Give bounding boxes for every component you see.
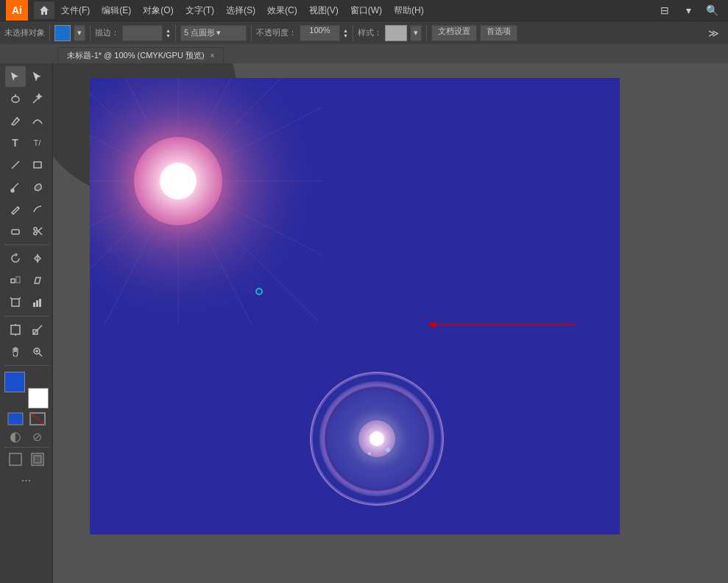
tool-separator-3 [4,365,49,366]
svg-rect-7 [12,230,19,234]
color-mode-fill[interactable] [5,411,26,426]
line-tool[interactable] [5,155,26,175]
menu-type[interactable]: 文字(T) [180,1,219,19]
blob-brush-tool[interactable] [27,177,48,197]
menu-effect[interactable]: 效果(C) [262,1,303,19]
svg-rect-35 [34,456,41,463]
none-mode[interactable]: ⊘ [27,429,48,444]
pen-tool[interactable] [5,110,26,131]
artboard-tool[interactable] [5,319,26,340]
svg-point-6 [11,189,14,192]
left-toolbar: T T/ [0,63,53,583]
svg-point-8 [34,227,37,230]
draw-mode-row [5,452,48,467]
smooth-tool[interactable] [27,199,48,219]
svg-point-55 [160,163,197,199]
reflect-tool[interactable] [27,248,48,269]
menu-view[interactable]: 视图(V) [304,1,344,19]
menu-file[interactable]: 文件(F) [56,1,95,19]
chart-tool[interactable] [27,292,48,313]
pencil-tool[interactable] [5,199,26,219]
scissors-tool[interactable] [27,221,48,241]
tool-separator-4 [4,447,49,448]
separator-3 [175,25,176,41]
svg-rect-20 [39,299,41,307]
paintbrush-tool[interactable] [5,177,26,197]
separator-1 [49,25,50,41]
menu-edit[interactable]: 编辑(E) [96,1,136,19]
opacity-spinner[interactable]: ▲ ▼ [343,28,348,38]
svg-rect-18 [33,303,35,307]
svg-line-32 [30,413,45,425]
stroke-spinner[interactable]: ▲ ▼ [166,28,171,38]
slice-tool[interactable] [27,319,48,340]
curvature-tool[interactable] [27,110,48,131]
arrange-windows-button[interactable]: ⊟ [654,1,675,19]
type-tool[interactable]: T [5,132,26,153]
tool-row-10 [5,270,48,291]
rect-tool[interactable] [27,155,48,175]
home-button[interactable] [34,1,54,19]
svg-line-3 [17,118,19,120]
more-options-button[interactable]: ≫ [703,24,724,42]
style-color-box[interactable] [385,25,407,41]
tab-close-button[interactable]: × [211,52,215,60]
properties-toolbar: 未选择对象 ▾ 描边： ▲ ▼ 5 点圆形 ▾ 不透明度： 100% ▲ ▼ 样… [0,21,728,44]
svg-point-65 [368,452,371,455]
lasso-tool[interactable] [5,88,26,109]
svg-rect-5 [34,162,41,168]
scale-tool[interactable] [5,270,26,291]
color-mode-row [5,411,48,426]
shear-tool[interactable] [27,270,48,291]
stroke-weight-input[interactable] [122,25,163,41]
background-color-box[interactable] [28,388,49,409]
gradient-mode[interactable]: ◐ [5,429,26,444]
tool-row-12 [5,319,48,340]
menu-object[interactable]: 对象(O) [138,1,178,19]
menu-window[interactable]: 窗口(W) [345,1,387,19]
tool-row-13 [5,342,48,362]
tool-row-8 [5,221,48,241]
tool-row-5 [5,155,48,175]
zoom-tool[interactable] [27,342,48,362]
direct-select-tool[interactable] [27,66,48,87]
draw-normal-mode[interactable] [5,452,26,467]
svg-point-63 [370,431,384,446]
artwork-canvas[interactable] [90,78,620,534]
preferences-button[interactable]: 首选项 [480,25,517,41]
fill-dropdown[interactable]: ▾ [74,25,85,41]
tab-title: 未标题-1* @ 100% (CMYK/GPU 预览) [67,50,205,61]
doc-settings-button[interactable]: 文档设置 [431,25,477,41]
small-lens-flare [303,365,450,512]
fill-color-box[interactable] [54,25,71,41]
anchor-point[interactable] [255,288,263,295]
tool-row-7 [5,199,48,219]
separator-5 [353,25,353,41]
draw-behind-mode[interactable] [27,452,48,467]
select-tool[interactable] [5,66,26,87]
menu-select[interactable]: 选择(S) [221,1,261,19]
color-section [4,372,49,409]
foreground-color-box[interactable] [4,372,25,392]
free-transform-tool[interactable] [5,292,26,313]
svg-point-0 [12,96,19,102]
opacity-input[interactable]: 100% [300,25,340,41]
canvas-area[interactable] [53,63,728,583]
more-tools-button[interactable]: ··· [21,474,31,487]
no-selection-label: 未选择对象 [4,27,45,38]
separator-4 [251,25,252,41]
touch-type-tool[interactable]: T/ [27,132,48,153]
hand-tool[interactable] [5,342,26,362]
svg-rect-33 [10,453,21,465]
menu-help[interactable]: 帮助(H) [389,1,429,19]
document-tab[interactable]: 未标题-1* @ 100% (CMYK/GPU 预览) × [57,47,224,63]
search-button[interactable]: 🔍 [702,1,722,19]
workspace-dropdown[interactable]: ▾ [678,1,699,19]
shape-dropdown[interactable]: 5 点圆形 ▾ [180,25,247,41]
eraser-tool[interactable] [5,221,26,241]
rotate-tool[interactable] [5,248,26,269]
tool-separator-1 [4,244,49,245]
magic-wand-tool[interactable] [27,88,48,109]
color-mode-stroke[interactable] [27,411,48,426]
style-dropdown[interactable]: ▾ [410,25,422,41]
